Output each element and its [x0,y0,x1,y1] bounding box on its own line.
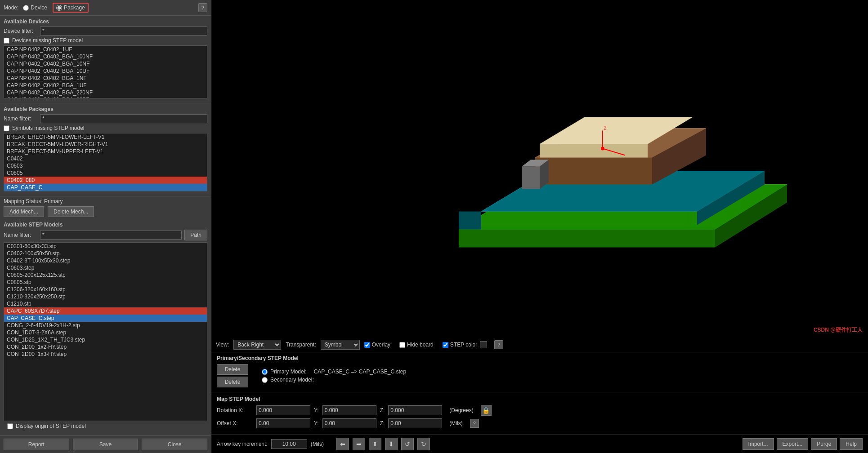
list-item-cap-case-c-step[interactable]: CAP_CASE_C.step [4,315,207,322]
map-help-button[interactable]: ? [470,419,479,428]
list-item[interactable]: C1206-320x160x160.stp [4,286,207,293]
step-model-list[interactable]: C0201-60x30x33.stp C0402-100x50x50.stp C… [4,242,207,421]
viewport: 2 CSDN @硬件打工人 [211,0,868,338]
delete-mech-button[interactable]: Delete Mech... [48,206,94,217]
device-filter-input[interactable] [40,27,207,36]
list-item[interactable]: C0201-60x30x33.stp [4,243,207,250]
display-origin-label[interactable]: Display origin of STEP model [7,423,204,429]
package-radio[interactable] [56,5,62,11]
list-item[interactable]: C1210-320x250x250.stp [4,293,207,300]
nav-rotate-cw-button[interactable]: ↻ [417,438,430,450]
rotation-z-input[interactable] [388,405,442,415]
nav-up-button[interactable]: ⬆ [369,438,381,450]
list-item-capc[interactable]: CAPC_60SX7D7.step [4,307,207,315]
model-row: Delete Delete Primary Model: CAP_CASE_C … [217,364,863,387]
offset-x-input[interactable] [256,418,310,428]
list-item[interactable]: CAP NP 0402_C0402_BGA_100NF [4,53,207,60]
list-item[interactable]: CAP NP 0402_C0402_BGA_22PF [4,96,207,98]
secondary-radio-item[interactable]: Secondary Model: [262,377,406,383]
display-origin-checkbox[interactable] [7,423,13,429]
package-missing-symbol-label: Symbols missing STEP model [12,125,85,131]
device-filter-row: Device filter: [4,27,207,36]
list-item[interactable]: C0603.step [4,264,207,271]
device-list[interactable]: CAP NP 0402_C0402_1UF CAP NP 0402_C0402_… [4,45,207,98]
export-button[interactable]: Export... [777,438,809,450]
primary-delete-button[interactable]: Delete [217,364,248,375]
import-button[interactable]: Import... [743,438,774,450]
package-label: Package [64,4,85,11]
nav-rotate-ccw-button[interactable]: ↺ [401,438,414,450]
device-label: Device [31,4,47,11]
mode-help-button[interactable]: ? [198,3,207,12]
list-item[interactable]: C0805.stp [4,279,207,286]
list-item[interactable]: C0402-100x50x50.stp [4,250,207,257]
list-item[interactable]: CAP NP 0402_C0402_BGA_1NF [4,75,207,82]
list-item[interactable]: C0603 [4,162,207,169]
primary-radio-item[interactable]: Primary Model: CAP_CASE_C => CAP_CASE_C.… [262,369,406,375]
add-mech-button[interactable]: Add Mech... [4,206,44,217]
list-item[interactable]: CAP NP 0402_C0402_BGA_1UF [4,82,207,89]
list-item[interactable]: CONN30-0.5-T-10ID-2x1H-45 [4,191,207,191]
list-item[interactable]: CAP NP 0402_C0402_BGA_10NF [4,60,207,67]
list-item[interactable]: BREAK_ERECT-5MM-LOWER-RIGHT-V1 [4,141,207,148]
list-item[interactable]: CAP NP 0402_C0402_1UF [4,46,207,53]
rotation-x-input[interactable] [256,405,310,415]
view-help-button[interactable]: ? [494,340,503,349]
list-item[interactable]: CON_1D25_1X2_TH_TJC3.step [4,336,207,343]
transparent-select[interactable]: None Symbol Board Both [321,340,360,350]
list-item[interactable]: C0805 [4,169,207,177]
display-origin-row: Display origin of STEP model [4,421,207,433]
purge-button[interactable]: Purge [811,438,837,450]
list-item[interactable]: CON_2D00_1x3-HY.step [4,351,207,358]
step-color-checkbox[interactable] [443,342,448,348]
list-item[interactable]: BREAK_ERECT-5MM-LOWER-LEFT-V1 [4,133,207,141]
secondary-model-radio[interactable] [262,377,268,383]
list-item[interactable]: BREAK_ERECT-5MM-UPPER-LEFT-V1 [4,148,207,155]
package-list[interactable]: BREAK_ERECT-5MM-LOWER-LEFT-V1 BREAK_EREC… [4,133,207,191]
package-filter-input[interactable] [40,114,207,123]
svg-text:2: 2 [604,125,607,131]
nav-right-button[interactable]: ➡ [353,438,365,450]
device-radio[interactable] [23,5,29,11]
mode-label: Mode: [4,4,18,11]
arrow-unit-label: (Mils) [311,441,324,447]
package-missing-symbol-checkbox[interactable] [4,125,9,131]
path-button[interactable]: Path [184,230,207,240]
rotation-row: Rotation X: Y: Z: (Degrees) 🔒 [217,405,863,416]
list-item[interactable]: C0805-200x125x125.stp [4,271,207,279]
list-item[interactable]: CAP NP 0402_C0402_BGA_10UF [4,67,207,75]
list-item[interactable]: CON_1D0T-3-2X6A.step [4,329,207,336]
overlay-checkbox-label[interactable]: Overlay [364,342,390,348]
arrow-increment-input[interactable] [271,439,307,449]
hide-board-checkbox[interactable] [399,342,405,348]
list-item[interactable]: C0402 [4,155,207,162]
rotation-y-input[interactable] [322,405,376,415]
lock-button[interactable]: 🔒 [481,405,492,416]
available-packages-title: Available Packages [4,106,207,112]
overlay-checkbox[interactable] [364,342,370,348]
save-button[interactable]: Save [73,439,139,450]
list-item-c0402-080[interactable]: C0402_080 [4,177,207,184]
list-item[interactable]: CON_2D00_1x2-HY.step [4,343,207,351]
package-radio-item[interactable]: Package [53,3,89,13]
list-item[interactable]: C0402-3T-100x55x30.step [4,257,207,264]
offset-z-input[interactable] [388,418,442,428]
list-item[interactable]: CONG_2-6-4DV19-2x1H-2.stp [4,322,207,329]
list-item[interactable]: C1210.stp [4,300,207,307]
step-color-checkbox-label[interactable]: STEP color [443,341,487,348]
list-item[interactable]: CAP NP 0402_C0402_BGA_220NF [4,89,207,96]
step-filter-input[interactable] [40,231,182,240]
hide-board-checkbox-label[interactable]: Hide board [399,342,434,348]
help-button[interactable]: Help [840,438,863,450]
list-item-cap-case-c[interactable]: CAP_CASE_C [4,184,207,191]
report-button[interactable]: Report [4,439,69,450]
close-button[interactable]: Close [142,439,207,450]
secondary-delete-button[interactable]: Delete [217,377,248,387]
nav-down-button[interactable]: ⬇ [385,438,398,450]
nav-left-button[interactable]: ⬅ [336,438,349,450]
device-radio-item[interactable]: Device [23,3,47,13]
device-missing-step-checkbox[interactable] [4,38,9,44]
offset-y-input[interactable] [322,418,376,428]
view-select[interactable]: Front Left Front Right Back Left Back Ri… [233,340,281,350]
primary-model-radio[interactable] [262,369,268,375]
